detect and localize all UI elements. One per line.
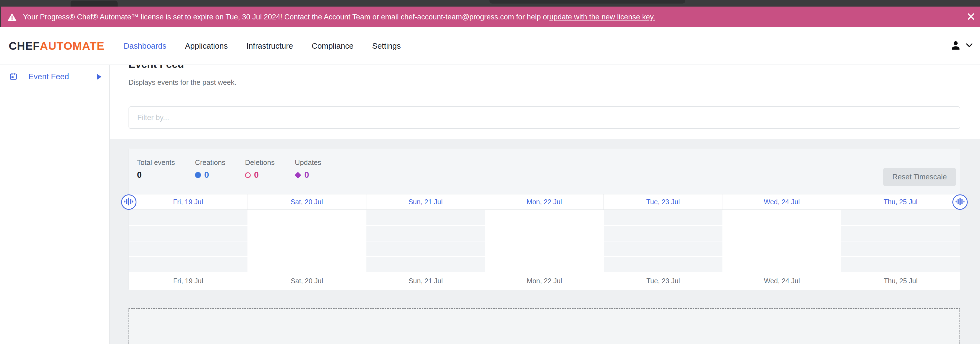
grid-cell <box>129 226 247 240</box>
nav-settings[interactable]: Settings <box>372 41 401 51</box>
timeline-header: Fri, 19 Jul Sat, 20 Jul Sun, 21 Jul Mon,… <box>129 194 960 210</box>
stats-band: Total events 0 Creations 0 Deletions 0 <box>129 148 960 194</box>
grid-cell <box>842 226 960 240</box>
grid-cell <box>129 210 247 225</box>
main-nav: Dashboards Applications Infrastructure C… <box>124 41 401 51</box>
grid-cell <box>247 226 366 240</box>
grid-cell <box>247 210 366 225</box>
timeline-day-link[interactable]: Sat, 20 Jul <box>291 198 323 206</box>
stat-number: 0 <box>254 170 259 180</box>
stat-value: 0 <box>245 170 295 180</box>
browser-tab <box>70 0 118 6</box>
grid-cell <box>722 257 841 272</box>
stat-label: Total events <box>137 158 195 167</box>
grid-cell <box>604 242 722 256</box>
nav-compliance[interactable]: Compliance <box>312 41 353 51</box>
dismiss-banner-button[interactable] <box>966 12 975 22</box>
chef-automate-logo[interactable]: CHEFAUTOMATE <box>9 40 105 53</box>
browser-toolbar-shadow <box>490 0 685 3</box>
window-edge <box>0 6 1 27</box>
diamond-icon <box>294 172 301 178</box>
timeline-grid <box>129 210 960 272</box>
grid-cell <box>366 242 485 256</box>
calendar-icon <box>9 72 18 81</box>
footer-day-label: Wed, 24 Jul <box>722 277 841 285</box>
footer-day-label: Fri, 19 Jul <box>129 277 247 285</box>
warning-triangle-icon <box>7 13 17 22</box>
grid-cell <box>485 210 604 225</box>
grid-cell <box>722 210 841 225</box>
stat-number: 0 <box>204 170 209 180</box>
waveform-icon <box>955 197 965 207</box>
filled-circle-icon <box>195 172 201 178</box>
footer-day-label: Sat, 20 Jul <box>247 277 366 285</box>
sidebar: Event Feed <box>0 65 110 344</box>
reset-timescale-button[interactable]: Reset Timescale <box>883 168 956 186</box>
timeline-day-cell: Fri, 19 Jul <box>129 194 247 209</box>
nav-dashboards[interactable]: Dashboards <box>124 41 166 51</box>
empty-drop-zone <box>129 308 960 344</box>
timescale-handle-left[interactable] <box>121 194 137 210</box>
timeline-day-link[interactable]: Sun, 21 Jul <box>409 198 443 206</box>
stat-updates: Updates 0 <box>295 158 321 194</box>
footer-day-label: Thu, 25 Jul <box>842 277 960 285</box>
footer-day-label: Tue, 23 Jul <box>604 277 722 285</box>
timeline-day-link[interactable]: Mon, 22 Jul <box>527 198 562 206</box>
stat-deletions: Deletions 0 <box>245 158 295 194</box>
sidebar-item-event-feed[interactable]: Event Feed <box>0 72 110 81</box>
grid-cell <box>366 257 485 272</box>
timeline-day-link[interactable]: Thu, 25 Jul <box>884 198 918 206</box>
timeline-day-cell: Thu, 25 Jul <box>842 194 960 209</box>
stat-value: 0 <box>295 170 321 180</box>
page-title: Event Feed <box>110 65 980 70</box>
grid-cell <box>485 226 604 240</box>
outlined-circle-icon <box>245 172 251 178</box>
stat-number: 0 <box>304 170 309 180</box>
stat-value: 0 <box>195 170 245 180</box>
grid-cell <box>722 226 841 240</box>
grid-cell <box>604 210 722 225</box>
timeline-day-cell: Sun, 21 Jul <box>366 194 485 209</box>
grid-cell <box>485 257 604 272</box>
page-header-section: Event Feed Displays events for the past … <box>110 65 980 139</box>
stat-number: 0 <box>137 170 142 180</box>
nav-applications[interactable]: Applications <box>185 41 228 51</box>
grid-cell <box>604 226 722 240</box>
grid-cell <box>842 242 960 256</box>
grid-cell <box>842 257 960 272</box>
timeline-day-link[interactable]: Wed, 24 Jul <box>764 198 800 206</box>
close-icon <box>966 12 975 22</box>
waveform-icon <box>124 197 134 207</box>
grid-cell <box>604 257 722 272</box>
timeline-day-cell: Sat, 20 Jul <box>247 194 366 209</box>
banner-message: Your Progress® Chef® Automate™ license i… <box>23 13 549 21</box>
chevron-down-icon <box>966 43 973 49</box>
grid-cell <box>129 242 247 256</box>
grid-cell <box>485 242 604 256</box>
timeline-day-link[interactable]: Fri, 19 Jul <box>173 198 203 206</box>
events-card: Total events 0 Creations 0 Deletions 0 <box>129 148 960 290</box>
timeline-day-link[interactable]: Tue, 23 Jul <box>646 198 680 206</box>
nav-infrastructure[interactable]: Infrastructure <box>247 41 293 51</box>
user-menu[interactable] <box>950 40 973 52</box>
logo-automate: AUTOMATE <box>40 40 105 52</box>
stat-label: Creations <box>195 158 245 167</box>
stat-creations: Creations 0 <box>195 158 245 194</box>
license-update-link[interactable]: update with the new license key. <box>549 13 655 21</box>
footer-day-label: Sun, 21 Jul <box>366 277 485 285</box>
timescale-handle-right[interactable] <box>952 194 968 210</box>
person-icon <box>950 40 961 52</box>
stat-label: Updates <box>295 158 321 167</box>
grid-cell <box>842 210 960 225</box>
filter-input[interactable] <box>129 107 960 129</box>
grid-cell <box>247 242 366 256</box>
license-banner: Your Progress® Chef® Automate™ license i… <box>0 6 980 27</box>
grid-cell <box>366 226 485 240</box>
grid-cell <box>366 210 485 225</box>
timeline-footer: Fri, 19 Jul Sat, 20 Jul Sun, 21 Jul Mon,… <box>129 272 960 290</box>
browser-chrome-strip <box>0 0 980 6</box>
grid-cell <box>247 257 366 272</box>
stat-label: Deletions <box>245 158 295 167</box>
page-subtitle: Displays events for the past week. <box>110 78 980 87</box>
grid-cell <box>722 242 841 256</box>
